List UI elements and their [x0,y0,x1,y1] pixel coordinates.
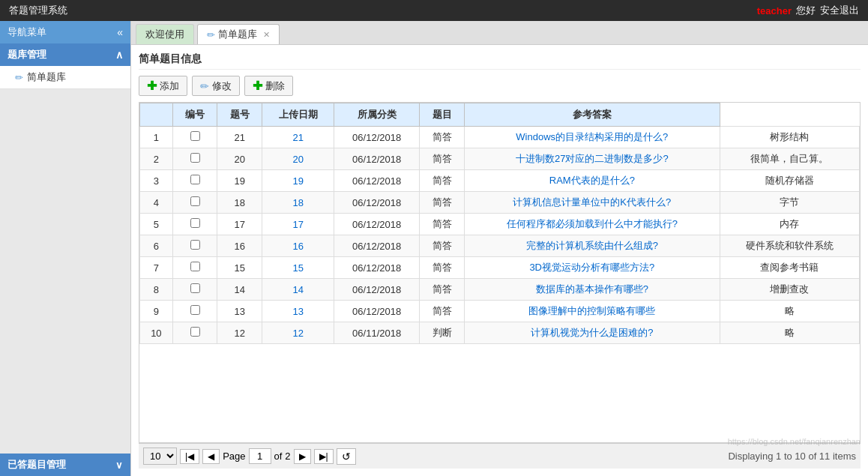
row-type: 简答 [420,127,465,148]
row-id: 16 [217,235,262,257]
sidebar-section1-label: 题库管理 [7,48,46,61]
prev-page-button[interactable]: ◀ [202,449,220,464]
sidebar-section1-header[interactable]: 题库管理 ∧ [0,43,130,66]
row-qnum[interactable]: 17 [262,214,334,235]
row-checkbox-cell[interactable] [172,322,217,344]
row-qnum[interactable]: 19 [262,170,334,192]
page-section-title: 简单题目信息 [139,52,861,70]
first-page-button[interactable]: |◀ [180,449,199,464]
table-row: 3191906/12/2018简答RAM代表的是什么?随机存储器 [140,170,860,192]
row-question[interactable]: 十进制数27对应的二进制数是多少? [464,148,720,170]
row-qnum[interactable]: 16 [262,235,334,257]
row-checkbox[interactable] [190,262,200,271]
row-id: 18 [217,192,262,214]
row-checkbox[interactable] [190,283,200,293]
edit-button[interactable]: ✏ 修改 [192,76,240,96]
sidebar-nav-header[interactable]: 导航菜单 « [0,21,130,43]
tab-bar: 欢迎使用 ✏ 简单题库 ✕ [131,21,868,45]
row-checkbox[interactable] [190,327,200,337]
row-id: 20 [217,148,262,170]
row-checkbox-cell[interactable] [172,148,217,170]
row-checkbox[interactable] [190,218,200,228]
row-question[interactable]: 3D视觉运动分析有哪些方法? [464,257,720,279]
row-type: 简答 [420,257,465,279]
add-button[interactable]: ✚ 添加 [139,76,187,96]
row-date: 06/12/2018 [334,192,420,214]
row-checkbox[interactable] [190,131,200,141]
data-table-container: 编号 题号 上传日期 所属分类 题目 参考答案 1212106/12/2018简… [139,102,861,443]
row-qnum[interactable]: 12 [262,322,334,344]
row-question[interactable]: 计算机视觉为什么是困难的? [464,322,720,344]
sidebar-item-simple-bank[interactable]: ✏ 简单题库 [0,66,130,89]
edit-label: 修改 [212,79,232,93]
sidebar-item-label: 简单题库 [27,70,66,84]
data-table: 编号 题号 上传日期 所属分类 题目 参考答案 1212106/12/2018简… [139,103,860,344]
row-question[interactable]: 图像理解中的控制策略有哪些 [464,301,720,322]
content-area: 欢迎使用 ✏ 简单题库 ✕ 简单题目信息 ✚ 添加 ✏ 修改 [131,21,868,476]
table-row: 1212106/12/2018简答Windows的目录结构采用的是什么?树形结构 [140,127,860,148]
row-qnum[interactable]: 14 [262,279,334,301]
table-row: 9131306/12/2018简答图像理解中的控制策略有哪些略 [140,301,860,322]
row-number: 1 [140,127,173,148]
sidebar: 导航菜单 « 题库管理 ∧ ✏ 简单题库 已答题目管理 ∨ [0,21,131,476]
row-question[interactable]: 计算机信息计量单位中的K代表什么? [464,192,720,214]
logout-button[interactable]: 安全退出 [820,4,859,17]
user-greeting: 您好 [796,4,816,17]
row-number: 2 [140,148,173,170]
row-number: 9 [140,301,173,322]
row-answer: 树形结构 [720,127,859,148]
row-id: 17 [217,214,262,235]
row-question[interactable]: 完整的计算机系统由什么组成? [464,235,720,257]
row-checkbox[interactable] [190,240,200,250]
col-id: 编号 [172,103,217,127]
of-label: of [274,451,283,462]
sidebar-section2-label: 已答题目管理 [7,458,66,472]
row-checkbox-cell[interactable] [172,301,217,322]
row-checkbox-cell[interactable] [172,257,217,279]
table-row: 5171706/12/2018简答任何程序都必须加载到什么中才能执行?内存 [140,214,860,235]
row-qnum[interactable]: 21 [262,127,334,148]
username: teacher [757,5,792,16]
tab-simple-bank[interactable]: ✏ 简单题库 ✕ [197,24,280,44]
row-qnum[interactable]: 15 [262,257,334,279]
row-question[interactable]: Windows的目录结构采用的是什么? [464,127,720,148]
row-checkbox-cell[interactable] [172,192,217,214]
page-input[interactable] [249,448,271,464]
row-checkbox[interactable] [190,153,200,163]
row-question[interactable]: RAM代表的是什么? [464,170,720,192]
table-row: 4181806/12/2018简答计算机信息计量单位中的K代表什么?字节 [140,192,860,214]
row-checkbox[interactable] [190,175,200,184]
tab-welcome[interactable]: 欢迎使用 [136,24,194,44]
tab-welcome-label: 欢迎使用 [145,28,184,41]
row-number: 5 [140,214,173,235]
sidebar-collapse-icon: « [117,26,123,38]
row-answer: 略 [720,322,859,344]
tab-close-icon[interactable]: ✕ [263,30,270,40]
pagination-left: 10 20 50 |◀ ◀ Page of 2 ▶ ▶| ↺ [143,448,356,465]
row-checkbox-cell[interactable] [172,127,217,148]
row-qnum[interactable]: 13 [262,301,334,322]
delete-button[interactable]: ✚ 删除 [244,76,293,96]
row-qnum[interactable]: 18 [262,192,334,214]
page-size-select[interactable]: 10 20 50 [143,448,177,465]
row-qnum[interactable]: 20 [262,148,334,170]
row-date: 06/12/2018 [334,127,420,148]
row-checkbox-cell[interactable] [172,214,217,235]
main-layout: 导航菜单 « 题库管理 ∧ ✏ 简单题库 已答题目管理 ∨ 欢迎使用 ✏ 简单题… [0,21,868,476]
row-date: 06/12/2018 [334,214,420,235]
row-checkbox-cell[interactable] [172,235,217,257]
row-checkbox[interactable] [190,196,200,206]
refresh-button[interactable]: ↺ [337,448,356,465]
row-type: 简答 [420,170,465,192]
row-checkbox-cell[interactable] [172,170,217,192]
sidebar-section2-header[interactable]: 已答题目管理 ∨ [0,454,130,476]
next-page-button[interactable]: ▶ [294,449,311,464]
row-checkbox[interactable] [190,305,200,315]
col-checkbox [140,103,173,127]
last-page-button[interactable]: ▶| [314,449,334,464]
row-question[interactable]: 任何程序都必须加载到什么中才能执行? [464,214,720,235]
row-question[interactable]: 数据库的基本操作有哪些? [464,279,720,301]
row-type: 简答 [420,301,465,322]
edit-icon: ✏ [200,80,209,92]
row-checkbox-cell[interactable] [172,279,217,301]
